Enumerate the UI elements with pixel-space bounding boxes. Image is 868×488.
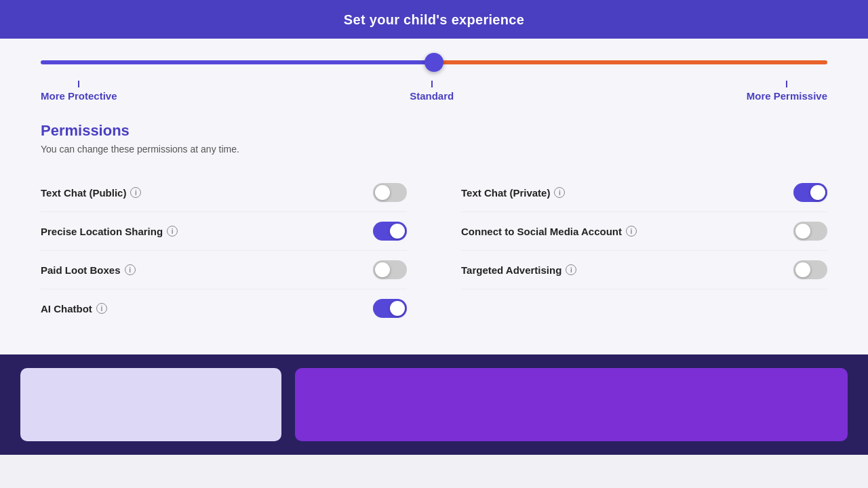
toggle-thumb-targeted-advertising (795, 262, 810, 277)
permission-row-ai-chatbot: AI Chatbot i (41, 289, 407, 327)
permission-label-social-media: Connect to Social Media Account i (461, 226, 637, 237)
info-icon-targeted-advertising[interactable]: i (566, 264, 576, 275)
permission-row-paid-loot-boxes: Paid Loot Boxes i (41, 251, 407, 289)
header-title: Set your child's experience (0, 12, 868, 28)
toggle-thumb-paid-loot-boxes (375, 262, 390, 277)
footer-cards (0, 354, 868, 455)
info-icon-text-chat-private[interactable]: i (554, 187, 565, 198)
toggle-thumb-ai-chatbot (390, 301, 405, 316)
toggle-social-media[interactable] (793, 222, 827, 241)
permissions-grid: Text Chat (Public) i Precise Location Sh… (41, 174, 827, 327)
info-icon-precise-location[interactable]: i (167, 226, 178, 237)
slider-label-protective: More Protective (41, 81, 117, 102)
toggle-text-chat-public[interactable] (373, 183, 407, 202)
footer-card-purple (295, 368, 848, 441)
toggle-text-chat-private[interactable] (793, 183, 827, 202)
slider-track-container[interactable] (41, 58, 827, 67)
permission-col-right: Text Chat (Private) i Connect to Social … (434, 174, 827, 327)
footer-area (0, 354, 868, 455)
toggle-thumb-text-chat-private (810, 185, 825, 200)
slider-labels: More Protective Standard More Permissive (41, 78, 827, 102)
info-icon-text-chat-public[interactable]: i (130, 187, 141, 198)
permissions-subtitle: You can change these permissions at any … (41, 144, 827, 155)
footer-card-light (20, 368, 281, 441)
permission-label-text-chat-private: Text Chat (Private) i (461, 187, 565, 199)
slider-section: More Protective Standard More Permissive (41, 58, 827, 102)
permission-row-social-media: Connect to Social Media Account i (461, 212, 827, 251)
header-banner: Set your child's experience (0, 0, 868, 39)
slider-label-permissive: More Permissive (747, 81, 827, 102)
permission-row-text-chat-public: Text Chat (Public) i (41, 174, 407, 212)
main-content: More Protective Standard More Permissive… (0, 39, 868, 354)
toggle-paid-loot-boxes[interactable] (373, 260, 407, 279)
permission-row-text-chat-private: Text Chat (Private) i (461, 174, 827, 212)
tick-left (78, 81, 79, 87)
toggle-targeted-advertising[interactable] (793, 260, 827, 279)
permission-label-targeted-advertising: Targeted Advertising i (461, 264, 576, 276)
permissions-title: Permissions (41, 122, 827, 140)
toggle-thumb-social-media (795, 224, 810, 239)
permission-label-paid-loot-boxes: Paid Loot Boxes i (41, 264, 136, 276)
toggle-thumb-precise-location (390, 224, 405, 239)
tick-right (786, 81, 787, 87)
slider-label-standard: Standard (410, 81, 454, 102)
permission-row-targeted-advertising: Targeted Advertising i (461, 251, 827, 289)
toggle-thumb-text-chat-public (375, 185, 390, 200)
tick-center (431, 81, 433, 87)
permission-row-precise-location: Precise Location Sharing i (41, 212, 407, 251)
info-icon-social-media[interactable]: i (626, 226, 637, 237)
permission-label-precise-location: Precise Location Sharing i (41, 226, 178, 237)
permissions-section: Permissions You can change these permiss… (41, 108, 827, 334)
slider-thumb[interactable] (425, 53, 443, 72)
info-icon-ai-chatbot[interactable]: i (96, 303, 107, 314)
permission-col-left: Text Chat (Public) i Precise Location Sh… (41, 174, 434, 327)
toggle-ai-chatbot[interactable] (373, 299, 407, 318)
permission-label-text-chat-public: Text Chat (Public) i (41, 187, 141, 199)
info-icon-paid-loot-boxes[interactable]: i (125, 264, 136, 275)
permission-label-ai-chatbot: AI Chatbot i (41, 303, 107, 314)
toggle-precise-location[interactable] (373, 222, 407, 241)
